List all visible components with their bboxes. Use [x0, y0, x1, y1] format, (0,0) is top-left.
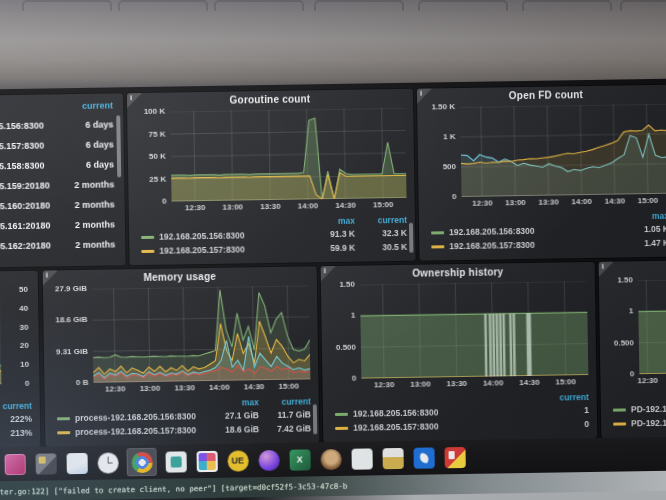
clock-icon[interactable] [97, 452, 118, 473]
y-axis: 100 K75 K50 K25 K0 [130, 112, 171, 203]
pd-chart-canvas[interactable] [638, 279, 666, 374]
open-fd-chart-canvas[interactable] [460, 104, 666, 197]
legend-item[interactable]: PD-192.16 [613, 415, 666, 431]
y-axis: 1.50 K1 K5000 [420, 107, 461, 198]
terminal-log-text: uter.go:122] ["failed to create client, … [0, 481, 347, 496]
folder-icon[interactable] [382, 447, 403, 468]
taskbar-slot [126, 448, 156, 476]
series-name: 192.168.205.157:8300 [159, 244, 245, 255]
table-row[interactable]: 2.168.205.160:201802 months [0, 194, 115, 216]
series-name: process-192.168.205.156:8300 [75, 411, 196, 423]
x-axis: 5:00 [0, 385, 4, 400]
x-axis: 12:3013:0013:3014:0014:3015:00 [462, 195, 666, 211]
legend-column-header[interactable]: max [303, 216, 355, 227]
legend-value: 32.3 K [355, 228, 407, 239]
table-row[interactable]: 2.168.205.162:201802 months [0, 234, 115, 256]
table-cell-uptime: 6 days [52, 139, 114, 150]
table-row[interactable]: 2.168.205.159:201802 months [0, 174, 114, 196]
panel-goroutine-count: i Goroutine count 100 K75 K50 K25 K0 12:… [127, 89, 416, 265]
x-tick-label: 12:30 [105, 384, 126, 393]
table-cell-uptime: 6 days [52, 159, 114, 170]
photo-of-monitor: current 2.168.205.156:83006 days2.168.20… [0, 0, 666, 500]
y-tick-label: 0 [25, 379, 30, 388]
scrollbar-thumb[interactable] [313, 404, 317, 434]
taskbar-slot [33, 449, 57, 477]
x-tick-label: 15:00 [555, 377, 576, 386]
legend-value: 1.47 K [617, 238, 666, 249]
excel-icon[interactable]: X [289, 449, 310, 470]
y-tick-label: 1.50 K [431, 102, 455, 111]
x-tick-label: 15:00 [278, 382, 299, 391]
y-tick-label: 1.50 [617, 275, 633, 284]
ownership-chart-canvas[interactable] [360, 281, 588, 379]
table-cell-endpoint: 2.168.205.158:8300 [0, 160, 52, 171]
legend-column-header[interactable]: max [617, 211, 666, 222]
legend-column-header[interactable]: current [259, 396, 311, 407]
legend-column-header[interactable]: current [537, 392, 589, 403]
legend-value: 30.5 K [355, 242, 407, 253]
photos-icon[interactable] [196, 450, 217, 471]
y-tick-label: 50 K [149, 152, 166, 161]
table-cell-uptime: 2 months [53, 199, 115, 210]
y-tick-label: 1 K [443, 132, 456, 141]
scrollbar-thumb[interactable] [409, 223, 413, 253]
legend-item[interactable]: 192.168.205.157:83001.47 K [431, 236, 666, 254]
legend-column-header[interactable]: current [0, 401, 32, 412]
chrome-icon[interactable] [131, 451, 152, 472]
legend-item[interactable]: 192.168.205.157:830059.9 K30.5 K [141, 240, 407, 258]
blurred-window-edge [118, 0, 208, 11]
taskbar-slot [318, 445, 342, 473]
x-tick-label: 13:30 [174, 383, 195, 392]
pink-app-icon[interactable] [4, 453, 25, 474]
taskbar-slot [163, 447, 187, 475]
table-row[interactable]: 2.168.205.158:83006 days [0, 154, 114, 176]
series-color-dash [431, 231, 444, 234]
ultraedit-icon[interactable]: UE [227, 450, 248, 471]
legend-item[interactable]: PD-192.1 [613, 401, 666, 417]
series-name: 192.168.205.157:8300 [449, 240, 535, 251]
media-app-icon[interactable] [444, 446, 465, 467]
panel-pd-partial: i 1.5010.5000 12:30 PD-192.1PD-192.16 [599, 260, 666, 438]
table-row[interactable]: 2.168.205.156:83006 days [0, 114, 114, 136]
legend-column-header[interactable]: current [355, 215, 407, 226]
series-name: PD-192.16 [631, 418, 666, 429]
legend-item[interactable]: 192.168.205.157:83000 [335, 417, 589, 435]
legend-column-header[interactable]: max [207, 397, 259, 408]
series-name: 192.168.205.157:8300 [353, 421, 439, 432]
y-tick-label: 0 [352, 374, 357, 383]
table-row[interactable]: 2.168.205.161:201802 months [0, 214, 115, 236]
x-tick-label: 12:30 [472, 198, 493, 207]
series-color-dash [335, 412, 348, 415]
legend-item[interactable]: 2%213% [0, 426, 32, 443]
blue-phone-icon[interactable] [413, 447, 434, 468]
column-header-current[interactable]: current [51, 100, 113, 111]
x-axis: 12:3013:0013:3014:0014:3015:00 [93, 380, 310, 396]
legend-item[interactable]: process-192.168.205.157:830018.6 GiB7.42… [57, 421, 311, 439]
toolbox-icon[interactable] [35, 453, 56, 474]
notes-icon[interactable] [66, 452, 87, 473]
series-color-dash [613, 422, 626, 425]
memory-chart-canvas[interactable] [92, 285, 310, 382]
legend-value: 1 [537, 405, 589, 416]
monkey-icon[interactable] [320, 448, 341, 469]
panel-memory-usage: i Memory usage 27.9 GiB18.6 GiB9.31 GiB0… [43, 266, 320, 446]
teal-app-icon[interactable] [165, 451, 186, 472]
white-doc-icon[interactable] [351, 448, 372, 469]
y-tick-label: 0 [162, 197, 167, 206]
y-tick-label: 50 [19, 285, 28, 294]
series-name: 192.168.205.156:8300 [159, 230, 245, 241]
y-tick-label: 40 [19, 304, 28, 313]
x-tick-label: 14:00 [298, 201, 319, 210]
legend-value: 222% [0, 414, 32, 425]
goroutine-chart-canvas[interactable] [170, 108, 406, 202]
series-name: process-192.168.205.157:8300 [75, 425, 196, 437]
legend-value: 91.3 K [303, 229, 355, 240]
table-row[interactable]: 2.168.205.157:83006 days [0, 134, 114, 156]
purple-sphere-icon[interactable] [258, 449, 279, 470]
taskbar-slot [380, 444, 404, 472]
x-tick-label: 14:00 [483, 378, 504, 387]
x-tick-label: 13:30 [538, 197, 559, 206]
y-tick-label: 1 [629, 307, 634, 316]
legend-value: 213% [0, 428, 32, 439]
table-cell-uptime: 6 days [51, 119, 113, 130]
